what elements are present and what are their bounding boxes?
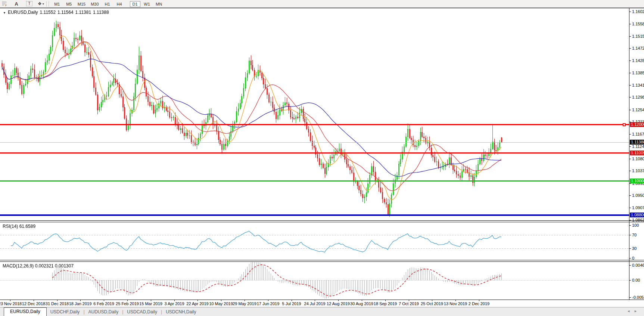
date-tick-mark <box>245 300 245 301</box>
price-tick-label: 1.15580 <box>632 22 644 26</box>
tab-usdchf[interactable]: USDCHF,Daily <box>47 308 84 316</box>
date-tick-label: 25 Oct 2019 <box>421 301 443 306</box>
grid-f-icon[interactable]: F <box>1 1 9 7</box>
toolbar-grip <box>46 1 49 6</box>
macd-tick-label: -0.005299 <box>632 295 644 300</box>
date-tick-mark <box>174 300 175 301</box>
axis-tick-mark <box>629 110 631 110</box>
price-chart-canvas[interactable] <box>0 8 629 220</box>
axis-tick-mark <box>629 24 631 24</box>
level-price-chip: 1.08800 <box>630 213 644 217</box>
trading-terminal: F A T ❖▾ M1M5M15M30H1H4D1W1MN ▼EURUSD,Da… <box>0 0 644 316</box>
text-box-icon[interactable]: T <box>26 1 32 7</box>
bid-price-chip: 1.11388 <box>630 140 644 145</box>
timeframe-button-MN[interactable]: MN <box>154 1 164 7</box>
date-tick-label: 31 Dec 2018 <box>46 301 69 306</box>
rsi-tick-label: 70 <box>632 233 637 237</box>
timeframe-button-H1[interactable]: H1 <box>102 1 113 7</box>
date-tick-mark <box>10 300 10 301</box>
price-tick-label: 1.12540 <box>632 108 644 112</box>
date-tick-label: 23 Nov 2018 <box>0 301 22 306</box>
date-tick-mark <box>385 300 386 301</box>
date-tick-mark <box>455 300 456 301</box>
axis-tick-mark <box>629 134 631 134</box>
timeframe-button-M30[interactable]: M30 <box>89 1 100 7</box>
rsi-tick-label: 30 <box>632 246 637 251</box>
date-tick-mark <box>338 300 339 301</box>
chevron-down-icon[interactable]: ▼ <box>3 11 6 15</box>
date-tick-mark <box>315 300 315 301</box>
axis-tick-mark <box>629 297 631 298</box>
tab-eurusd[interactable]: EURUSD,Daily <box>4 307 47 316</box>
price-tick-label: 1.10370 <box>632 168 644 173</box>
date-tick-mark <box>268 300 268 301</box>
date-tick-label: 15 Mar 2019 <box>139 301 162 306</box>
rsi-tick-label: 100 <box>632 223 639 227</box>
svg-text:F: F <box>5 4 7 7</box>
macd-tick-label: 0.00 <box>632 278 640 282</box>
rsi-canvas[interactable] <box>0 222 629 260</box>
date-tick-mark <box>80 300 81 301</box>
timeframe-button-M1[interactable]: M1 <box>52 1 62 7</box>
quote-close: 1.11388 <box>93 10 109 15</box>
timeframe-button-M15[interactable]: M15 <box>76 1 87 7</box>
timeframe-buttons: M1M5M15M30H1H4D1W1MN <box>51 0 165 7</box>
level-price-chip: 1.10008 <box>630 179 644 183</box>
date-tick-mark <box>104 300 104 301</box>
tab-usdcnh[interactable]: USDCNH,Daily <box>162 308 200 316</box>
axis-tick-mark <box>629 159 631 159</box>
date-tick-label: 13 Nov 2019 <box>444 301 467 306</box>
price-tick-label: 1.09070 <box>632 205 644 210</box>
tabs-holder: EURUSD,DailyUSDCHF,Daily|AUDUSD,Daily|US… <box>0 307 200 316</box>
font-a-icon[interactable]: A <box>13 1 20 7</box>
macd-canvas[interactable] <box>0 262 629 300</box>
axis-tick-mark <box>629 12 631 12</box>
price-tick-label: 1.14720 <box>632 46 644 50</box>
level-price-chip: 1.11009 <box>630 151 644 155</box>
symbol-period-label: EURUSD,Daily <box>8 10 38 15</box>
price-tick-label: 1.14280 <box>632 58 644 63</box>
axis-tick-mark <box>629 220 631 220</box>
date-tick-label: 17 Jun 2019 <box>257 301 280 306</box>
date-tick-mark <box>34 300 34 301</box>
date-tick-mark <box>432 300 432 301</box>
chart-title[interactable]: ▼EURUSD,Daily1.115521.115641.113811.1138… <box>3 10 111 15</box>
rsi-tick-label: 0 <box>632 256 634 260</box>
date-tick-label: 24 Jul 2019 <box>304 301 326 306</box>
rsi-pane-bottom-border <box>0 260 644 260</box>
date-tick-mark <box>197 300 198 301</box>
timeframe-button-D1[interactable]: D1 <box>130 1 140 7</box>
date-tick-mark <box>151 300 151 301</box>
date-tick-label: 7 Oct 2019 <box>399 301 419 306</box>
axis-tick-mark <box>629 248 631 249</box>
date-tick-label: 18 Jan 2019 <box>69 301 92 306</box>
timeframe-button-M5[interactable]: M5 <box>64 1 74 7</box>
timeframe-button-H4[interactable]: H4 <box>114 1 125 7</box>
quote-high: 1.11564 <box>57 10 74 15</box>
price-tick-label: 1.08630 <box>632 218 644 222</box>
axis-tick-mark <box>629 183 631 184</box>
date-tick-label: 30 Aug 2019 <box>350 301 373 306</box>
date-tick-mark <box>409 300 409 301</box>
toolbar: F A T ❖▾ M1M5M15M30H1H4D1W1MN <box>0 0 644 8</box>
date-tick-label: 18 Sep 2019 <box>374 301 397 306</box>
date-tick-label: 2 Dec 2019 <box>469 301 489 306</box>
arrange-objects-icon[interactable]: ❖▾ <box>38 1 44 7</box>
price-tick-label: 1.16020 <box>632 9 644 14</box>
macd-tick-label: 0.00463 <box>632 263 644 267</box>
date-tick-label: 6 Feb 2019 <box>93 301 114 306</box>
timeframe-button-W1[interactable]: W1 <box>142 1 152 7</box>
tab-audusd[interactable]: AUDUSD,Daily <box>85 308 122 316</box>
price-tick-label: 1.15150 <box>632 34 644 38</box>
axis-tick-mark <box>629 146 631 147</box>
quote-open: 1.11552 <box>40 10 56 15</box>
tab-usdcad[interactable]: USDCAD,Daily <box>123 308 161 316</box>
axis-tick-mark <box>629 258 631 258</box>
date-tick-mark <box>127 300 128 301</box>
axis-tick-mark <box>629 85 631 86</box>
tab-scroll-right-icon[interactable]: ► <box>634 309 641 313</box>
tab-scroll-left-icon[interactable]: ◄ <box>627 309 634 313</box>
date-tick-mark <box>221 300 221 301</box>
date-tick-mark <box>57 300 57 301</box>
axis-tick-mark <box>629 235 631 235</box>
